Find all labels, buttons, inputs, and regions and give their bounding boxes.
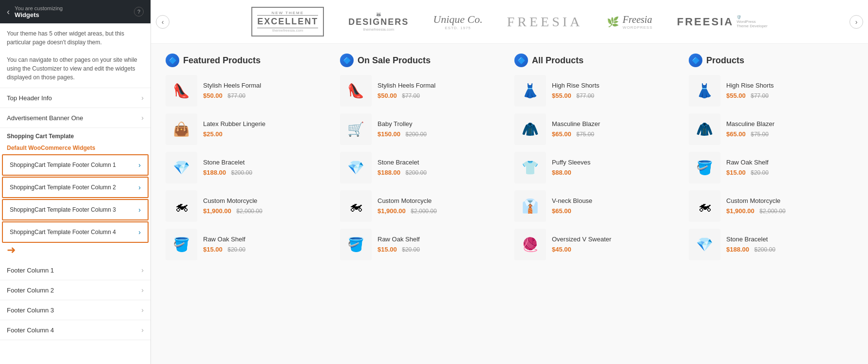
product-item-all-products-1[interactable]: 🧥 Masculine Blazer $65.00 $75.00 bbox=[514, 113, 679, 145]
product-item-all-products-4[interactable]: 🧶 Oversized V Sweater $45.00 bbox=[514, 229, 679, 260]
product-item-products-1[interactable]: 🧥 Masculine Blazer $65.00 $75.00 bbox=[689, 113, 853, 145]
product-section-products: 🔷 Products 👗 High Rise Shorts $55.00 $77… bbox=[689, 54, 853, 267]
product-name: High Rise Shorts bbox=[552, 82, 679, 89]
sidebar-top-items: Top Header Info›Advertisement Banner One… bbox=[0, 88, 151, 128]
section-title-on-sale: 🔷 On Sale Products bbox=[340, 54, 505, 67]
product-item-featured-0[interactable]: 👠 Stylish Heels Formal $50.00 $77.00 bbox=[166, 75, 330, 107]
product-thumbnail: 👜 bbox=[166, 113, 197, 145]
product-item-on-sale-1[interactable]: 🛒 Baby Trolley $150.00 $200.00 bbox=[340, 113, 505, 145]
product-info: High Rise Shorts $55.00 $77.00 bbox=[552, 82, 679, 100]
product-item-featured-2[interactable]: 💎 Stone Bracelet $188.00 $200.00 bbox=[166, 152, 330, 183]
brand-logos-container: NEW THEME EXCELLENT themefreesia.com 🦝 D… bbox=[251, 7, 767, 36]
product-old-price: $2,000.00 bbox=[411, 208, 436, 215]
product-current-price: $65.00 bbox=[552, 207, 571, 215]
sidebar-item-footer-column-2[interactable]: Footer Column 2› bbox=[0, 280, 151, 300]
product-thumbnail: 💎 bbox=[689, 229, 720, 260]
product-name: Custom Motorcycle bbox=[726, 197, 853, 204]
section-icon-on-sale: 🔷 bbox=[340, 54, 354, 67]
brand-carousel: ‹ NEW THEME EXCELLENT themefreesia.com 🦝… bbox=[151, 0, 868, 44]
sidebar-header: ‹ You are customizing Widgets ? bbox=[0, 0, 151, 23]
sidebar-item-label: Advertisement Banner One bbox=[7, 114, 83, 122]
product-thumbnail: 👠 bbox=[166, 75, 197, 107]
sidebar-item-footer-column-3[interactable]: Footer Column 3› bbox=[0, 300, 151, 320]
product-section-on-sale: 🔷 On Sale Products 👠 Stylish Heels Forma… bbox=[340, 54, 505, 267]
products-area: 🔷 Featured Products 👠 Stylish Heels Form… bbox=[151, 44, 868, 277]
sidebar-item-footer-col-3[interactable]: ShoppingCart Template Footer Column 3› bbox=[2, 199, 149, 220]
product-item-products-0[interactable]: 👗 High Rise Shorts $55.00 $77.00 bbox=[689, 75, 853, 107]
product-item-featured-3[interactable]: 🏍 Custom Motorcycle $1,900.00 $2,000.00 bbox=[166, 190, 330, 222]
product-name: Stone Bracelet bbox=[377, 159, 505, 166]
desc-line-2: You can navigate to other pages on your … bbox=[7, 55, 144, 82]
product-thumbnail: 🧥 bbox=[514, 113, 546, 145]
sidebar-item-footer-col-4[interactable]: ShoppingCart Template Footer Column 4› bbox=[2, 221, 149, 243]
product-pricing: $188.00 $200.00 bbox=[203, 168, 330, 177]
product-old-price: $77.00 bbox=[227, 92, 245, 99]
product-current-price: $150.00 bbox=[377, 130, 400, 138]
sidebar-item-footer-column-4[interactable]: Footer Column 4› bbox=[0, 320, 151, 340]
sidebar-item-footer-column-1[interactable]: Footer Column 1› bbox=[0, 260, 151, 280]
product-current-price: $55.00 bbox=[726, 92, 746, 99]
product-name: Stone Bracelet bbox=[726, 236, 853, 243]
main-content: ‹ NEW THEME EXCELLENT themefreesia.com 🦝… bbox=[151, 0, 868, 364]
product-thumbnail: 🪣 bbox=[166, 229, 197, 260]
product-pricing: $65.00 bbox=[552, 206, 679, 215]
sidebar-item-top-header-info[interactable]: Top Header Info› bbox=[0, 88, 151, 108]
carousel-next-button[interactable]: › bbox=[849, 15, 863, 29]
chevron-icon: › bbox=[141, 114, 144, 122]
section-title-all-products: 🔷 All Products bbox=[514, 54, 679, 67]
section-icon-all-products: 🔷 bbox=[514, 54, 528, 67]
sidebar-item-advertisement-banner-one[interactable]: Advertisement Banner One› bbox=[0, 108, 151, 128]
product-info: Oversized V Sweater $45.00 bbox=[552, 236, 679, 254]
product-item-on-sale-4[interactable]: 🪣 Raw Oak Shelf $15.00 $20.00 bbox=[340, 229, 505, 260]
product-info: Raw Oak Shelf $15.00 $20.00 bbox=[203, 236, 330, 254]
product-name: Stone Bracelet bbox=[203, 159, 330, 166]
product-item-products-4[interactable]: 💎 Stone Bracelet $188.00 $200.00 bbox=[689, 229, 853, 260]
product-pricing: $150.00 $200.00 bbox=[377, 129, 505, 138]
product-item-all-products-0[interactable]: 👗 High Rise Shorts $55.00 $77.00 bbox=[514, 75, 679, 107]
product-thumbnail: 🪣 bbox=[689, 152, 720, 183]
product-thumbnail: 👗 bbox=[689, 75, 720, 107]
product-item-products-2[interactable]: 🪣 Raw Oak Shelf $15.00 $20.00 bbox=[689, 152, 853, 183]
back-button[interactable]: ‹ bbox=[7, 7, 10, 17]
product-old-price: $75.00 bbox=[751, 131, 769, 138]
product-current-price: $65.00 bbox=[726, 130, 746, 138]
sidebar-item-footer-col-1[interactable]: ShoppingCart Template Footer Column 1› bbox=[2, 154, 149, 176]
product-item-on-sale-3[interactable]: 🏍 Custom Motorcycle $1,900.00 $2,000.00 bbox=[340, 190, 505, 222]
product-info: Custom Motorcycle $1,900.00 $2,000.00 bbox=[203, 197, 330, 215]
product-name: Raw Oak Shelf bbox=[377, 236, 505, 243]
help-button[interactable]: ? bbox=[134, 7, 144, 17]
product-name: High Rise Shorts bbox=[726, 82, 853, 89]
product-section-all-products: 🔷 All Products 👗 High Rise Shorts $55.00… bbox=[514, 54, 679, 267]
section-icon-products: 🔷 bbox=[689, 54, 702, 67]
product-item-all-products-2[interactable]: 👕 Puffy Sleeves $88.00 bbox=[514, 152, 679, 183]
product-item-on-sale-2[interactable]: 💎 Stone Bracelet $188.00 $200.00 bbox=[340, 152, 505, 183]
product-item-all-products-3[interactable]: 👔 V-neck Blouse $65.00 bbox=[514, 190, 679, 222]
section-title-text-all-products: All Products bbox=[532, 55, 584, 66]
product-pricing: $55.00 $77.00 bbox=[726, 91, 853, 100]
carousel-prev-button[interactable]: ‹ bbox=[156, 15, 170, 29]
product-pricing: $15.00 $20.00 bbox=[203, 245, 330, 254]
product-item-featured-1[interactable]: 👜 Latex Rubber Lingerie $25.00 bbox=[166, 113, 330, 145]
product-current-price: $25.00 bbox=[203, 130, 223, 138]
product-pricing: $50.00 $77.00 bbox=[203, 91, 330, 100]
sidebar-item-label: ShoppingCart Template Footer Column 3 bbox=[10, 206, 116, 213]
sidebar-item-label: Footer Column 4 bbox=[7, 327, 54, 334]
sidebar-item-footer-col-2[interactable]: ShoppingCart Template Footer Column 2› bbox=[2, 177, 149, 198]
section-title-text-products: Products bbox=[706, 55, 744, 66]
product-current-price: $188.00 bbox=[203, 169, 226, 176]
product-current-price: $1,900.00 bbox=[377, 207, 406, 215]
brand-unique-co: Unique Co. ESTD. 1975 bbox=[433, 13, 482, 30]
product-info: Latex Rubber Lingerie $25.00 bbox=[203, 120, 330, 138]
product-item-on-sale-0[interactable]: 👠 Stylish Heels Formal $50.00 $77.00 bbox=[340, 75, 505, 107]
sidebar-item-label: ShoppingCart Template Footer Column 4 bbox=[10, 229, 116, 236]
product-old-price: $20.00 bbox=[751, 169, 769, 176]
product-name: Custom Motorcycle bbox=[377, 197, 505, 204]
sidebar: ‹ You are customizing Widgets ? Your the… bbox=[0, 0, 151, 364]
product-current-price: $188.00 bbox=[377, 169, 400, 176]
product-info: Stylish Heels Formal $50.00 $77.00 bbox=[377, 82, 505, 100]
product-item-products-3[interactable]: 🏍 Custom Motorcycle $1,900.00 $2,000.00 bbox=[689, 190, 853, 222]
product-name: V-neck Blouse bbox=[552, 197, 679, 204]
product-item-featured-4[interactable]: 🪣 Raw Oak Shelf $15.00 $20.00 bbox=[166, 229, 330, 260]
desc-line-1: Your theme has 5 other widget areas, but… bbox=[7, 29, 144, 47]
product-old-price: $20.00 bbox=[402, 246, 420, 253]
